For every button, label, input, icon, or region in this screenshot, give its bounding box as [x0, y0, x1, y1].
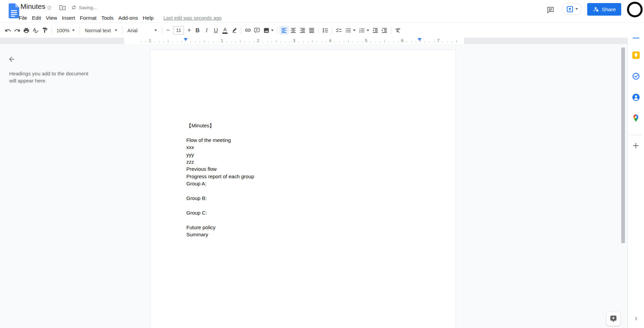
redo-button[interactable] [13, 26, 22, 35]
ruler-tick [416, 41, 416, 43]
insert-link-button[interactable] [243, 26, 252, 35]
paragraph-style-select[interactable]: Normal text [82, 26, 120, 34]
ruler-tick [389, 41, 389, 43]
ruler-tick [285, 41, 286, 43]
align-right-button[interactable] [298, 26, 307, 35]
add-comment-button[interactable] [252, 26, 261, 35]
spellcheck-button[interactable] [31, 26, 40, 35]
ruler: 11234567 [0, 38, 627, 44]
ruler-tick [195, 41, 196, 43]
font-size-decrease-button[interactable]: − [164, 26, 172, 34]
ruler-tick [393, 41, 394, 43]
document-title[interactable]: Minutes [20, 2, 46, 11]
back-arrow-icon [8, 55, 16, 63]
share-lock-person-icon [593, 6, 599, 13]
ruler-tick [308, 41, 308, 43]
outline-placeholder-text: Headings you add to the document will ap… [9, 70, 96, 84]
line-spacing-button[interactable] [321, 26, 330, 35]
menu-item[interactable]: Add-ons [116, 14, 140, 22]
star-icon[interactable]: ☆ [45, 3, 53, 12]
menu-item[interactable]: Edit [30, 14, 44, 22]
document-page[interactable]: 【Minutes】Flow of the meetingxxxyyyzzzPre… [150, 50, 456, 328]
ruler-tick [218, 41, 218, 43]
ruler-tick [159, 41, 159, 43]
highlight-color-button[interactable] [230, 26, 239, 35]
show-side-panel-button[interactable] [631, 314, 641, 323]
ruler-tick [384, 40, 385, 43]
contacts-icon[interactable] [630, 91, 642, 103]
ruler-tick [353, 41, 353, 43]
maps-icon[interactable] [630, 112, 642, 124]
ruler-tick [335, 41, 335, 43]
underline-button[interactable]: U [211, 26, 220, 35]
explore-button[interactable] [606, 312, 621, 326]
document-line: yyy [186, 151, 421, 158]
vertical-scrollbar[interactable] [621, 48, 625, 243]
header: Minutes ☆ Saving... FileEditViewInsertFo… [0, 0, 644, 22]
numbered-list-button[interactable] [357, 26, 371, 35]
menu-item[interactable]: File [16, 14, 30, 22]
italic-button[interactable]: I [202, 26, 211, 35]
checklist-button[interactable] [334, 26, 343, 35]
ruler-tick [164, 41, 164, 43]
font-family-select[interactable]: Arial [124, 26, 160, 34]
saving-status[interactable]: Saving... [71, 5, 97, 10]
insert-image-button[interactable] [261, 26, 275, 35]
ruler-tick [226, 41, 227, 43]
menu-item[interactable]: Format [78, 14, 99, 22]
paint-format-button[interactable] [40, 26, 49, 35]
share-button[interactable]: Share [587, 3, 621, 16]
text-color-button[interactable]: A [220, 26, 230, 35]
menu-item[interactable]: Tools [99, 14, 116, 22]
align-center-button[interactable] [289, 26, 298, 35]
bold-button[interactable]: B [193, 26, 202, 35]
ruler-tick [299, 41, 299, 43]
bulleted-list-button[interactable] [343, 26, 357, 35]
document-line: Flow of the meeting [186, 136, 421, 144]
menu-item[interactable]: Insert [60, 14, 78, 22]
text-color-indicator [222, 33, 227, 34]
ruler-tick [326, 41, 326, 43]
bulleted-list-caret-icon [353, 30, 356, 31]
menu-item[interactable]: Help [140, 14, 156, 22]
ruler-tick [452, 41, 452, 43]
open-comments-button[interactable] [545, 5, 556, 16]
document-line: zzz [186, 158, 421, 165]
title-actions: ☆ Saving... [45, 3, 97, 12]
ruler-tick [344, 41, 344, 43]
move-folder-icon[interactable] [58, 3, 66, 12]
increase-indent-button[interactable] [380, 26, 389, 35]
close-outline-button[interactable] [6, 54, 17, 65]
upload-arrow-icon [566, 5, 574, 13]
font-family-caret-icon [154, 30, 157, 31]
tasks-icon[interactable] [630, 70, 642, 82]
align-left-button[interactable] [279, 26, 289, 35]
menu-item[interactable]: View [44, 14, 60, 22]
clear-formatting-button[interactable] [393, 26, 403, 35]
ruler-tick [249, 41, 250, 43]
document-line: Group A: [186, 180, 421, 187]
right-indent-marker[interactable] [418, 38, 422, 41]
present-dropdown-caret-icon [575, 8, 578, 10]
font-size-input[interactable]: 11 [173, 26, 184, 35]
font-size-increase-button[interactable]: + [185, 26, 193, 34]
print-button[interactable] [22, 26, 31, 35]
align-justify-button[interactable] [307, 26, 316, 35]
ruler-tick [447, 41, 448, 43]
get-add-ons-button[interactable] [630, 140, 642, 152]
present-to-meeting-button[interactable] [562, 3, 582, 15]
left-indent-marker[interactable] [184, 38, 188, 41]
ruler-tick [317, 41, 317, 43]
ruler-tick [236, 41, 236, 43]
document-line [186, 216, 421, 223]
document-line [186, 129, 421, 136]
zoom-select[interactable]: 100% [54, 26, 78, 34]
ruler-tick [380, 41, 380, 43]
ruler-tick [348, 40, 349, 43]
keep-icon[interactable] [630, 49, 642, 61]
decrease-indent-button[interactable] [371, 26, 380, 35]
last-edit-link[interactable]: Last edit was seconds ago [164, 15, 222, 21]
account-avatar[interactable] [627, 2, 643, 17]
workspace: Headings you add to the document will ap… [0, 44, 627, 328]
undo-button[interactable] [3, 26, 13, 35]
